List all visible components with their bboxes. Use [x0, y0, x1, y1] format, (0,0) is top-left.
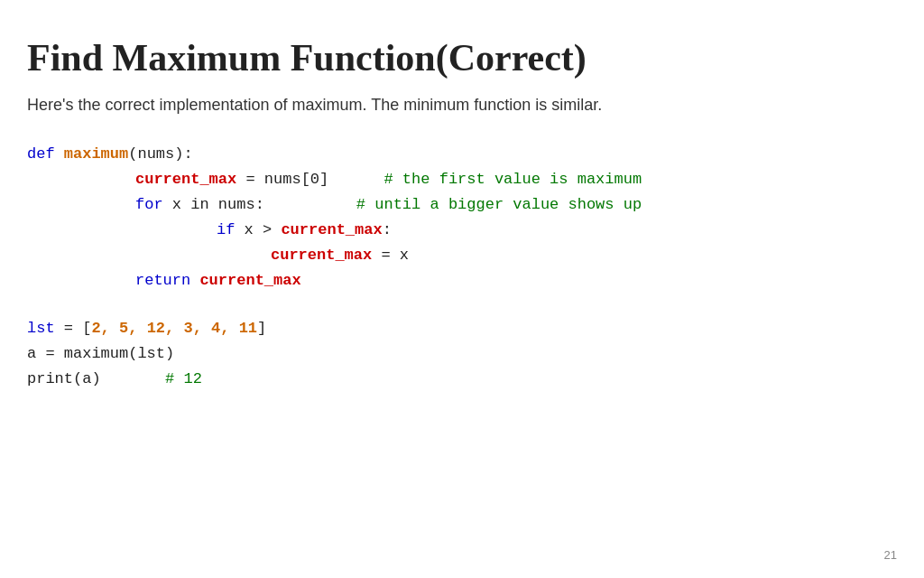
var-current-max-3: current_max: [271, 247, 372, 264]
code-line-for: for x in nums: # until a bigger value sh…: [27, 192, 879, 218]
code-line-current-max-init: current_max = nums[0] # the first value …: [27, 167, 879, 192]
code-line-def: def maximum(nums):: [27, 142, 879, 167]
code-separator: [27, 298, 879, 316]
for-rest: x in nums:: [163, 196, 264, 213]
function-name: maximum: [64, 145, 128, 163]
code-line-assign-x: current_max = x: [27, 243, 879, 268]
var-current-max-2: current_max: [281, 221, 382, 238]
lst-close: ]: [257, 320, 266, 337]
return-space: [190, 272, 199, 289]
comment-first-value: # the first value is maximum: [383, 171, 642, 188]
comment-bigger-value: # until a bigger value shows up: [356, 196, 642, 213]
def-params: (nums):: [128, 145, 192, 163]
page-number: 21: [884, 548, 897, 562]
code-line-if: if x > current_max:: [27, 218, 879, 243]
print-spacing: [101, 370, 165, 387]
var-current-max-1: current_max: [135, 171, 236, 188]
keyword-return: return: [135, 272, 190, 289]
comment-result: # 12: [165, 370, 202, 387]
list-values: 2, 5, 12, 3, 4, 11: [91, 320, 257, 337]
keyword-if: if: [217, 221, 235, 238]
comment-spacing-2: [264, 196, 356, 213]
code-line-print: print(a) # 12: [27, 367, 879, 392]
var-current-max-4: current_max: [199, 272, 300, 289]
slide: Find Maximum Function(Correct) Here's th…: [0, 0, 924, 578]
code-line-lst: lst = [2, 5, 12, 3, 4, 11]: [27, 316, 879, 341]
slide-subtitle: Here's the correct implementation of max…: [27, 96, 879, 115]
if-colon: :: [383, 221, 392, 238]
keyword-def: def: [27, 145, 64, 163]
code-line-return: return current_max: [27, 268, 879, 294]
assign-x: = x: [372, 247, 409, 264]
var-lst: lst: [27, 320, 55, 337]
comment-spacing-1: [328, 171, 383, 188]
usage-code-block: lst = [2, 5, 12, 3, 4, 11] a = maximum(l…: [27, 316, 879, 392]
function-code-block: def maximum(nums): current_max = nums[0]…: [27, 142, 879, 294]
fn-print: print(a): [27, 370, 101, 387]
keyword-for: for: [135, 196, 163, 213]
slide-title: Find Maximum Function(Correct): [27, 36, 879, 79]
lst-eq: = [: [55, 320, 92, 337]
var-a: a = maximum(lst): [27, 345, 174, 362]
if-condition-pre: x >: [235, 221, 281, 238]
code-line-a: a = maximum(lst): [27, 341, 879, 367]
assign-nums: = nums[0]: [236, 171, 328, 188]
